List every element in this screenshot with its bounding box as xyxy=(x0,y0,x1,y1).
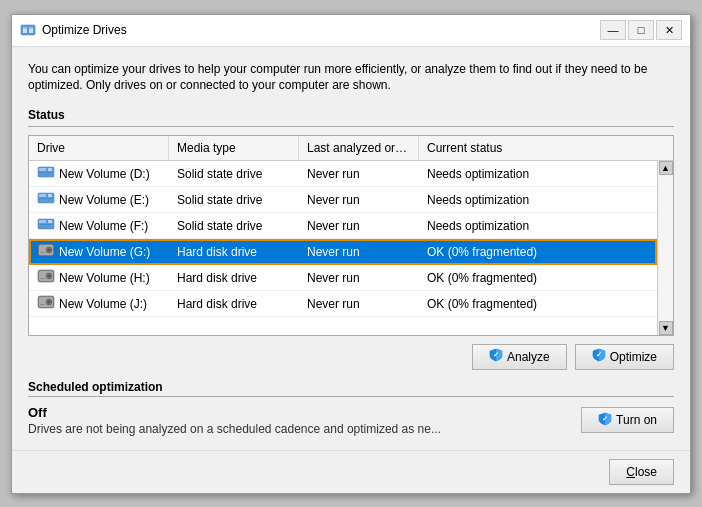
svg-rect-8 xyxy=(48,168,52,171)
cell-status: OK (0% fragmented) xyxy=(419,239,657,264)
svg-rect-14 xyxy=(39,220,46,223)
table-header: Drive Media type Last analyzed or o... C… xyxy=(29,136,673,161)
svg-rect-26 xyxy=(40,278,45,279)
col-status: Current status xyxy=(419,136,673,160)
cell-media: Hard disk drive xyxy=(169,265,299,290)
svg-rect-31 xyxy=(40,304,45,305)
drives-table: Drive Media type Last analyzed or o... C… xyxy=(28,135,674,335)
cell-media: Hard disk drive xyxy=(169,239,299,264)
optimize-drives-window: Optimize Drives — □ ✕ You can optimize y… xyxy=(11,14,691,494)
cell-drive: New Volume (F:) xyxy=(29,213,169,238)
action-buttons: ✓ Analyze ✓ Optimize xyxy=(28,344,674,370)
minimize-button[interactable]: — xyxy=(600,20,626,40)
table-body-wrapper: New Volume (D:)Solid state driveNever ru… xyxy=(29,161,673,334)
cell-drive: New Volume (D:) xyxy=(29,161,169,186)
scheduled-status: Off xyxy=(28,405,565,420)
svg-rect-4 xyxy=(29,27,33,29)
svg-point-20 xyxy=(48,249,51,252)
cell-drive: New Volume (H:) xyxy=(29,265,169,290)
drive-name: New Volume (H:) xyxy=(59,271,150,285)
svg-point-30 xyxy=(48,301,51,304)
turn-on-label: Turn on xyxy=(616,413,657,427)
cell-status: Needs optimization xyxy=(419,161,657,186)
svg-rect-12 xyxy=(48,194,52,197)
table-row[interactable]: New Volume (J:)Hard disk driveNever runO… xyxy=(29,291,657,317)
table-row[interactable]: New Volume (G:)Hard disk driveNever runO… xyxy=(29,239,657,265)
cell-drive: New Volume (G:) xyxy=(29,239,169,264)
cell-status: Needs optimization xyxy=(419,213,657,238)
title-bar-buttons: — □ ✕ xyxy=(600,20,682,40)
table-body: New Volume (D:)Solid state driveNever ru… xyxy=(29,161,657,334)
drive-icon xyxy=(37,165,55,179)
cell-drive: New Volume (E:) xyxy=(29,187,169,212)
cell-media: Solid state drive xyxy=(169,161,299,186)
window-title: Optimize Drives xyxy=(42,23,600,37)
cell-last: Never run xyxy=(299,265,419,290)
description-text: You can optimize your drives to help you… xyxy=(28,61,674,95)
svg-rect-7 xyxy=(39,172,53,173)
cell-status: OK (0% fragmented) xyxy=(419,265,657,290)
title-bar: Optimize Drives — □ ✕ xyxy=(12,15,690,47)
svg-rect-21 xyxy=(40,252,45,253)
optimize-label: Optimize xyxy=(610,350,657,364)
table-row[interactable]: New Volume (D:)Solid state driveNever ru… xyxy=(29,161,657,187)
svg-rect-6 xyxy=(39,168,46,171)
svg-rect-16 xyxy=(48,220,52,223)
cell-status: OK (0% fragmented) xyxy=(419,291,657,316)
scheduled-divider xyxy=(28,396,674,397)
drive-name: New Volume (J:) xyxy=(59,297,147,311)
drive-icon xyxy=(37,295,55,309)
drive-icon xyxy=(37,191,55,205)
drive-icon-wrapper xyxy=(37,295,55,312)
cell-drive: New Volume (J:) xyxy=(29,291,169,316)
col-media: Media type xyxy=(169,136,299,160)
analyze-label: Analyze xyxy=(507,350,550,364)
status-divider xyxy=(28,126,674,127)
table-row[interactable]: New Volume (H:)Hard disk driveNever runO… xyxy=(29,265,657,291)
turn-on-shield-icon: ✓ xyxy=(598,412,612,429)
close-title-button[interactable]: ✕ xyxy=(656,20,682,40)
close-button[interactable]: Close xyxy=(609,459,674,485)
svg-point-25 xyxy=(48,275,51,278)
turn-on-button[interactable]: ✓ Turn on xyxy=(581,407,674,433)
optimize-shield-icon: ✓ xyxy=(592,348,606,365)
drive-icon-wrapper xyxy=(37,191,55,208)
table-row[interactable]: New Volume (E:)Solid state driveNever ru… xyxy=(29,187,657,213)
maximize-button[interactable]: □ xyxy=(628,20,654,40)
drive-name: New Volume (D:) xyxy=(59,167,150,181)
drive-icon-wrapper xyxy=(37,217,55,234)
window-icon xyxy=(20,22,36,38)
drive-icon-wrapper xyxy=(37,269,55,286)
cell-last: Never run xyxy=(299,161,419,186)
close-label: Close xyxy=(626,465,657,479)
analyze-button[interactable]: ✓ Analyze xyxy=(472,344,567,370)
cell-last: Never run xyxy=(299,239,419,264)
svg-text:✓: ✓ xyxy=(602,415,608,422)
scheduled-label: Scheduled optimization xyxy=(28,380,674,394)
svg-rect-10 xyxy=(39,194,46,197)
svg-text:✓: ✓ xyxy=(596,351,602,358)
cell-media: Solid state drive xyxy=(169,213,299,238)
drive-icon xyxy=(37,217,55,231)
scheduled-section: Scheduled optimization Off Drives are no… xyxy=(28,380,674,436)
optimize-button[interactable]: ✓ Optimize xyxy=(575,344,674,370)
main-content: You can optimize your drives to help you… xyxy=(12,47,690,450)
cell-media: Solid state drive xyxy=(169,187,299,212)
drive-icon-wrapper xyxy=(37,165,55,182)
scheduled-content: Off Drives are not being analyzed on a s… xyxy=(28,405,565,436)
svg-rect-3 xyxy=(23,27,27,29)
cell-last: Never run xyxy=(299,291,419,316)
drive-name: New Volume (F:) xyxy=(59,219,148,233)
status-label: Status xyxy=(28,108,674,122)
drive-icon xyxy=(37,243,55,257)
col-last: Last analyzed or o... xyxy=(299,136,419,160)
drive-icon-wrapper xyxy=(37,243,55,260)
svg-text:✓: ✓ xyxy=(493,351,499,358)
scheduled-header-row: Off Drives are not being analyzed on a s… xyxy=(28,405,674,436)
scrollbar[interactable]: ▲ ▼ xyxy=(657,161,673,334)
table-row[interactable]: New Volume (F:)Solid state driveNever ru… xyxy=(29,213,657,239)
col-drive: Drive xyxy=(29,136,169,160)
analyze-shield-icon: ✓ xyxy=(489,348,503,365)
cell-last: Never run xyxy=(299,213,419,238)
scheduled-description: Drives are not being analyzed on a sched… xyxy=(28,422,565,436)
